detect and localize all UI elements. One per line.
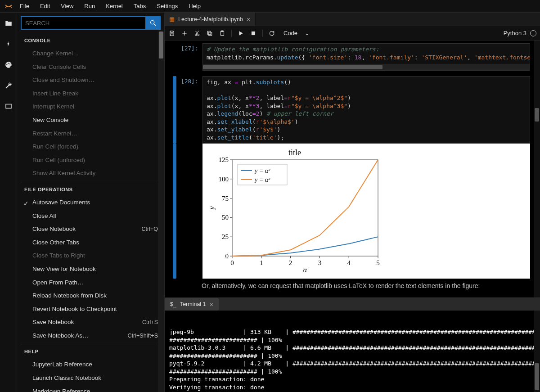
- command-item[interactable]: Reload Notebook from Disk: [21, 289, 161, 302]
- svg-text:y: y: [208, 206, 216, 211]
- command-item: Run Cell (unforced): [21, 153, 161, 167]
- terminal-icon: $_: [170, 301, 176, 307]
- terminal-tab-title: Terminal 1: [180, 301, 206, 307]
- sidebar-scrollbar[interactable]: [158, 32, 164, 392]
- tab-terminal[interactable]: $_ Terminal 1 ×: [165, 298, 219, 311]
- command-label: Restart Kernel…: [32, 129, 77, 139]
- command-item[interactable]: Save NotebookCtrl+S: [21, 315, 161, 329]
- menu-help[interactable]: Help: [183, 1, 206, 11]
- notebook-body: [27]: # Update the matplotlib configurat…: [165, 41, 540, 297]
- command-item[interactable]: New View for Notebook: [21, 262, 161, 276]
- tabs-icon[interactable]: [4, 102, 13, 111]
- svg-rect-0: [6, 104, 11, 108]
- restart-icon[interactable]: [268, 30, 275, 37]
- work-area: ▦ Lecture-4-Matplotlib.ipynb × Code ⌄ Py…: [165, 13, 540, 392]
- terminal-panel: $_ Terminal 1 × jpeg-9b | 313 KB | #####…: [165, 297, 540, 392]
- command-item[interactable]: Save Notebook As…Ctrl+Shift+S: [21, 329, 161, 342]
- svg-point-5: [195, 34, 197, 36]
- cut-icon[interactable]: [194, 30, 201, 37]
- command-item[interactable]: Launch Classic Notebook: [21, 371, 161, 385]
- command-item[interactable]: Revert Notebook to Checkpoint: [21, 302, 161, 316]
- command-label: Launch Classic Notebook: [32, 373, 101, 383]
- menubar: File Edit View Run Kernel Tabs Settings …: [0, 0, 540, 13]
- menu-view[interactable]: View: [55, 1, 79, 11]
- folder-icon[interactable]: [4, 19, 13, 28]
- command-label: Revert Notebook to Checkpoint: [32, 304, 117, 314]
- close-icon[interactable]: ×: [247, 15, 251, 23]
- search-row: [17, 13, 164, 33]
- svg-text:3: 3: [318, 259, 322, 266]
- command-item[interactable]: Close All: [21, 209, 161, 223]
- command-label: Markdown Reference: [32, 387, 90, 392]
- palette-list: CONSOLEChange Kernel…Clear Console Cells…: [17, 33, 164, 392]
- command-label: New View for Notebook: [32, 264, 96, 274]
- code-editor[interactable]: # Update the matplotlib configuration pa…: [202, 43, 530, 71]
- horizontal-scrollbar[interactable]: [203, 64, 530, 70]
- terminal-scrollbar[interactable]: [534, 311, 540, 392]
- command-label: Change Kernel…: [32, 49, 79, 59]
- menu-edit[interactable]: Edit: [35, 1, 55, 11]
- svg-text:0: 0: [230, 259, 234, 266]
- chart-svg: title0255075100125012345αyy = α²y = α³: [207, 148, 382, 274]
- svg-line-7: [196, 31, 199, 34]
- command-label: Close Tabs to Right: [32, 251, 85, 261]
- command-item: Close Tabs to Right: [21, 249, 161, 262]
- menu-settings[interactable]: Settings: [151, 1, 183, 11]
- kernel-status-icon: [530, 30, 536, 36]
- palette-icon[interactable]: [4, 60, 13, 69]
- wrench-icon[interactable]: [4, 81, 13, 90]
- command-item[interactable]: Close NotebookCtrl+Q: [21, 222, 161, 236]
- command-label: Save Notebook As…: [32, 331, 89, 341]
- menu-kernel[interactable]: Kernel: [100, 1, 128, 11]
- section-header: HELP: [21, 344, 161, 358]
- tab-notebook[interactable]: ▦ Lecture-4-Matplotlib.ipynb ×: [165, 13, 256, 26]
- terminal-output[interactable]: jpeg-9b | 313 KB | #####################…: [165, 311, 540, 392]
- notebook-scrollbar[interactable]: [534, 41, 540, 297]
- menu-tabs[interactable]: Tabs: [128, 1, 151, 11]
- svg-text:50: 50: [222, 214, 229, 221]
- command-item[interactable]: New Console: [21, 113, 161, 127]
- paste-icon[interactable]: [219, 30, 226, 37]
- command-shortcut: Ctrl+Shift+S: [128, 331, 158, 340]
- menu-file[interactable]: File: [14, 1, 35, 11]
- command-label: New Console: [32, 115, 68, 125]
- main-area: CONSOLEChange Kernel…Clear Console Cells…: [0, 13, 540, 392]
- search-input[interactable]: [21, 16, 145, 30]
- cell-prompt: [28]:: [179, 76, 202, 144]
- section-header: FILE OPERATIONS: [21, 182, 161, 196]
- code-cell-28[interactable]: [28]: fig, ax = plt.subplots() ax.plot(x…: [173, 76, 530, 144]
- svg-rect-13: [252, 31, 255, 35]
- command-item: Clear Console Cells: [21, 60, 161, 74]
- command-item[interactable]: Markdown Reference: [21, 385, 161, 392]
- command-palette: CONSOLEChange Kernel…Clear Console Cells…: [17, 13, 165, 392]
- command-item[interactable]: JupyterLab Reference: [21, 358, 161, 371]
- command-item[interactable]: ✓Autosave Documents: [21, 196, 161, 209]
- svg-text:75: 75: [222, 195, 229, 202]
- command-item[interactable]: Open From Path…: [21, 276, 161, 289]
- command-label: Close All: [32, 211, 56, 221]
- code-cell-27[interactable]: [27]: # Update the matplotlib configurat…: [173, 43, 530, 71]
- svg-text:100: 100: [219, 176, 229, 183]
- svg-text:α: α: [303, 266, 307, 274]
- running-icon[interactable]: [4, 40, 13, 49]
- notebook-icon: ▦: [169, 16, 175, 23]
- copy-icon[interactable]: [206, 30, 213, 37]
- celltype-select[interactable]: Code ⌄: [281, 29, 312, 37]
- search-button[interactable]: [145, 16, 161, 30]
- kernel-name[interactable]: Python 3: [504, 30, 526, 36]
- run-icon[interactable]: [237, 30, 244, 37]
- svg-text:0: 0: [225, 252, 229, 260]
- svg-text:1: 1: [260, 259, 263, 266]
- command-label: Reload Notebook from Disk: [32, 291, 107, 301]
- save-icon[interactable]: [168, 30, 176, 37]
- stop-icon[interactable]: [250, 30, 257, 37]
- command-label: Run Cell (forced): [32, 142, 78, 152]
- menu-run[interactable]: Run: [79, 1, 100, 11]
- code-editor[interactable]: fig, ax = plt.subplots() ax.plot(x, x**2…: [202, 76, 530, 144]
- add-icon[interactable]: [181, 30, 188, 37]
- matplotlib-figure: title0255075100125012345αyy = α²y = α³: [202, 144, 530, 279]
- svg-text:125: 125: [219, 156, 229, 163]
- svg-text:25: 25: [222, 234, 229, 241]
- close-icon[interactable]: ×: [210, 301, 214, 308]
- command-item[interactable]: Close Other Tabs: [21, 236, 161, 249]
